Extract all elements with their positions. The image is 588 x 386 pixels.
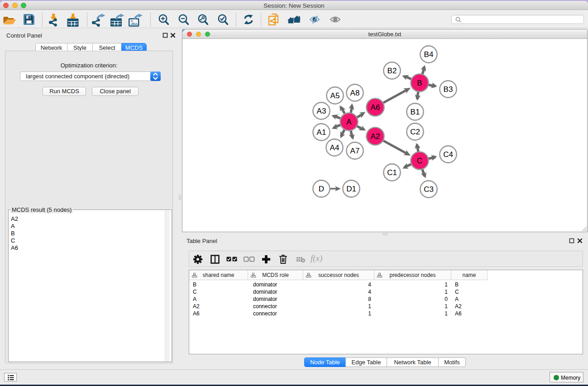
svg-text:A6: A6: [371, 103, 380, 112]
svg-text:A2: A2: [371, 132, 380, 141]
svg-text:A4: A4: [330, 143, 339, 152]
svg-text:A5: A5: [330, 91, 340, 100]
svg-text:A7: A7: [350, 147, 360, 155]
svg-text:B: B: [417, 79, 422, 87]
svg-text:B3: B3: [444, 85, 453, 94]
svg-text:C2: C2: [410, 128, 420, 136]
svg-text:C1: C1: [387, 168, 397, 177]
svg-text:A3: A3: [317, 107, 326, 115]
svg-text:D: D: [319, 185, 324, 193]
svg-text:C4: C4: [443, 150, 453, 159]
svg-text:D1: D1: [346, 185, 356, 193]
svg-text:Memory: Memory: [561, 375, 580, 381]
svg-text:B2: B2: [387, 67, 397, 75]
svg-text:A: A: [346, 118, 352, 126]
svg-text:B4: B4: [424, 50, 434, 59]
svg-text:B1: B1: [411, 108, 420, 116]
svg-text:C3: C3: [424, 185, 434, 194]
svg-text:A1: A1: [317, 128, 326, 137]
svg-text:A8: A8: [350, 89, 360, 97]
svg-text:C: C: [417, 157, 422, 165]
